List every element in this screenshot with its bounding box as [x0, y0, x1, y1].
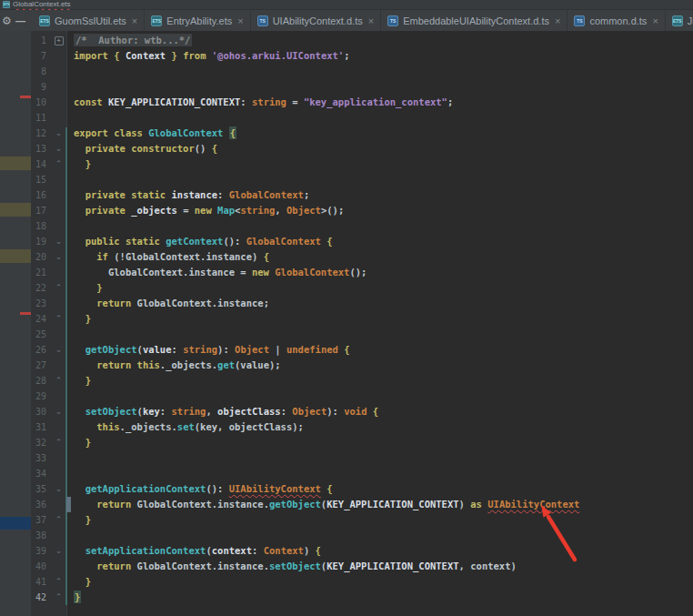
tab-EmbeddableUIAbilityContext.d.ts[interactable]: TSEmbeddableUIAbilityContext.d.ts×	[381, 10, 567, 31]
code-text: return this._objects.get(value);	[66, 358, 281, 373]
line-number: 10	[0, 97, 51, 107]
line-number: 11	[0, 113, 51, 123]
line-number: 27	[0, 360, 51, 370]
line-number: 14	[0, 159, 51, 169]
line-number: 37	[0, 515, 51, 525]
tab-common.d.ts[interactable]: TScommon.d.ts×	[567, 10, 665, 31]
code-line[interactable]: 15	[0, 172, 693, 187]
code-line[interactable]: 25	[0, 327, 693, 342]
fold-marker-icon[interactable]: ⌃	[51, 435, 66, 450]
code-line[interactable]: 11	[0, 110, 693, 126]
code-text: }	[66, 373, 91, 389]
fold-marker-icon[interactable]: ⌄	[51, 126, 66, 141]
code-text: }	[66, 311, 91, 327]
file-title-bar: ETS GlobalContext.ets	[0, 0, 693, 10]
line-number: 26	[0, 345, 51, 355]
code-text: return GlobalContext.instance.getObject(…	[66, 497, 579, 512]
close-tab-icon[interactable]: ×	[237, 15, 243, 26]
code-line[interactable]: 27 return this._objects.get(value);	[0, 358, 693, 373]
code-line[interactable]: 1+/* Author: wtb...*/	[0, 33, 693, 48]
close-tab-icon[interactable]: ×	[652, 15, 658, 26]
code-line[interactable]: 13⌄ private constructor() {	[0, 141, 693, 157]
close-tab-icon[interactable]: ×	[555, 15, 560, 26]
code-line[interactable]: 41⌃ }	[0, 574, 693, 590]
fold-marker-icon[interactable]: ⌃	[51, 512, 66, 528]
line-number: 9	[0, 82, 51, 92]
fold-marker-icon[interactable]: +	[51, 33, 66, 48]
code-editor[interactable]: 1+/* Author: wtb...*/7import { Context }…	[0, 31, 693, 616]
code-text: public static getContext(): GlobalContex…	[66, 234, 333, 249]
line-number: 30	[0, 407, 51, 417]
code-text: private constructor() {	[66, 141, 217, 157]
code-text: import { Context } from '@ohos.arkui.UIC…	[66, 48, 350, 64]
code-line[interactable]: 20⌄ if (!GlobalContext.instance) {	[0, 249, 693, 265]
fold-marker-icon[interactable]: ⌄	[51, 234, 66, 249]
line-number: 23	[0, 298, 51, 308]
line-number: 38	[0, 530, 51, 540]
dts-file-icon: TS	[387, 15, 398, 26]
line-number: 29	[0, 391, 51, 401]
code-line[interactable]: 34	[0, 466, 693, 481]
code-line[interactable]: 24⌃ }	[0, 311, 693, 327]
close-tab-icon[interactable]: ×	[368, 15, 374, 26]
fold-marker-icon[interactable]: ⌄	[51, 481, 66, 497]
line-number: 20	[0, 252, 51, 262]
code-line[interactable]: 16 private static instance: GlobalContex…	[0, 187, 693, 203]
code-line[interactable]: 14⌃ }	[0, 157, 693, 172]
code-text: getObject(value: string): Object | undef…	[66, 342, 350, 358]
code-line[interactable]: 35⌄ getApplicationContext(): UIAbilityCo…	[0, 481, 693, 497]
line-number: 41	[0, 577, 51, 587]
code-line[interactable]: 39⌄ setApplicationContext(context: Conte…	[0, 543, 693, 559]
code-line[interactable]: 8	[0, 64, 693, 79]
fold-marker-icon[interactable]: ⌄	[51, 404, 66, 419]
fold-marker-icon[interactable]: ⌃	[51, 311, 66, 327]
code-line[interactable]: 19⌄ public static getContext(): GlobalCo…	[0, 234, 693, 249]
tab-GuomSslUtil.ets[interactable]: ETSGuomSslUtil.ets×	[33, 10, 145, 31]
fold-marker-icon[interactable]: ⌃	[51, 574, 66, 590]
tab-UIAbilityContext.d.ts[interactable]: TSUIAbilityContext.d.ts×	[251, 10, 381, 31]
tab-label: EmbeddableUIAbilityContext.d.ts	[403, 15, 549, 26]
code-line[interactable]: 37⌃ }	[0, 512, 693, 528]
ets-file-icon: ETS	[3, 1, 10, 8]
code-line[interactable]: 10const KEY_APPLICATION_CONTEXT: string …	[0, 95, 693, 110]
line-number: 21	[0, 268, 51, 278]
fold-marker-icon[interactable]: ⌃	[51, 373, 66, 389]
line-number: 19	[0, 237, 51, 247]
code-line[interactable]: 23 return GlobalContext.instance;	[0, 296, 693, 311]
fold-marker-icon[interactable]: ⌃	[51, 280, 66, 296]
code-line[interactable]: 12⌄export class GlobalContext {	[0, 126, 693, 141]
code-line[interactable]: 38	[0, 528, 693, 543]
close-tab-icon[interactable]: ×	[132, 15, 137, 26]
line-number: 28	[0, 376, 51, 386]
code-text: }	[66, 435, 91, 450]
fold-marker-icon[interactable]: ⌄	[51, 342, 66, 358]
code-line[interactable]: 31 this._objects.set(key, objectClass);	[0, 419, 693, 435]
tab-JsBridge.ets[interactable]: ETSJsBridge.ets×	[666, 10, 693, 31]
code-line[interactable]: 7import { Context } from '@ohos.arkui.UI…	[0, 48, 693, 64]
code-line[interactable]: 30⌄ setObject(key: string, objectClass: …	[0, 404, 693, 419]
code-line[interactable]: 21 GlobalContext.instance = new GlobalCo…	[0, 265, 693, 280]
code-line[interactable]: 42⌃}	[0, 590, 693, 605]
hide-tabs-icon[interactable]: —	[14, 10, 27, 31]
code-line[interactable]: 33	[0, 450, 693, 466]
code-line[interactable]: 36 return GlobalContext.instance.getObje…	[0, 497, 693, 512]
fold-marker-icon[interactable]: ⌃	[51, 157, 66, 172]
code-line[interactable]: 9	[0, 79, 693, 95]
code-line[interactable]: 17 private _objects = new Map<string, Ob…	[0, 203, 693, 218]
gear-icon[interactable]: ⚙	[0, 10, 14, 31]
fold-marker-icon[interactable]: ⌄	[51, 249, 66, 265]
code-area[interactable]: 1+/* Author: wtb...*/7import { Context }…	[0, 33, 693, 605]
tab-EntryAbility.ets[interactable]: ETSEntryAbility.ets×	[145, 10, 250, 31]
line-number: 33	[0, 453, 51, 463]
code-line[interactable]: 28⌃ }	[0, 373, 693, 389]
code-line[interactable]: 18	[0, 218, 693, 234]
dts-file-icon: TS	[257, 15, 268, 26]
fold-marker-icon[interactable]: ⌄	[51, 141, 66, 157]
fold-marker-icon[interactable]: ⌄	[51, 543, 66, 559]
code-line[interactable]: 22⌃ }	[0, 280, 693, 296]
code-line[interactable]: 29	[0, 389, 693, 404]
code-line[interactable]: 32⌃ }	[0, 435, 693, 450]
code-line[interactable]: 26⌄ getObject(value: string): Object | u…	[0, 342, 693, 358]
code-line[interactable]: 40 return GlobalContext.instance.setObje…	[0, 559, 693, 574]
fold-marker-icon[interactable]: ⌃	[51, 590, 66, 605]
